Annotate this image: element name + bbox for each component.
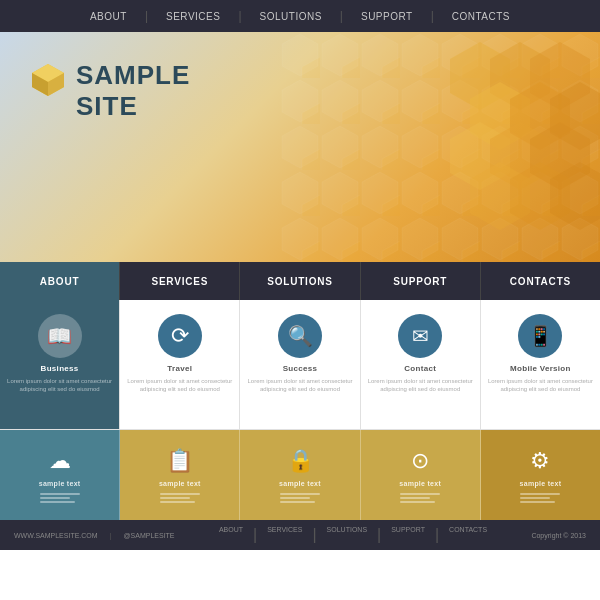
section-navigation: ABOUT SERVICES SOLUTIONS SUPPORT CONTACT… xyxy=(0,262,600,300)
card-circle-business: 📖 xyxy=(38,314,82,358)
cloud-icon: ☁ xyxy=(49,448,71,474)
section-nav-services[interactable]: SERVICES xyxy=(120,262,240,300)
card-circle-contact: ✉ xyxy=(398,314,442,358)
section-nav-about[interactable]: ABOUT xyxy=(0,262,120,300)
nav-about[interactable]: ABOUT xyxy=(72,11,145,22)
nav-services[interactable]: SERVICES xyxy=(148,11,238,22)
footer-sep-2: | xyxy=(253,526,257,544)
nav-support[interactable]: SUPPORT xyxy=(343,11,431,22)
clock-icon: ⊙ xyxy=(411,448,429,474)
card-title-travel: Travel xyxy=(167,364,192,373)
card-title-contact: Contact xyxy=(404,364,436,373)
card-success: 🔍 Success Lorem ipsum dolor sit amet con… xyxy=(240,300,360,429)
card-contact: ✉ Contact Lorem ipsum dolor sit amet con… xyxy=(361,300,481,429)
footer-nav-contacts[interactable]: CONTACTS xyxy=(449,526,487,544)
footer: WWW.SAMPLESITE.COM | @SAMPLESITE ABOUT |… xyxy=(0,520,600,550)
cards-row: 📖 Business Lorem ipsum dolor sit amet co… xyxy=(0,300,600,430)
top-navigation: ABOUT | SERVICES | SOLUTIONS | SUPPORT |… xyxy=(0,0,600,32)
footer-copyright: Copyright © 2013 xyxy=(531,532,586,539)
lock-icon: 🔒 xyxy=(287,448,314,474)
section-nav-support[interactable]: SUPPORT xyxy=(361,262,481,300)
card-desc-travel: Lorem ipsum dolor sit amet consectetur a… xyxy=(120,377,239,394)
nav-contacts[interactable]: CONTACTS xyxy=(434,11,528,22)
hero-background xyxy=(280,32,600,262)
footer-sep-3: | xyxy=(312,526,316,544)
mobile-icon: 📱 xyxy=(528,324,553,348)
bottom-label-3: sample text xyxy=(399,480,441,487)
mail-icon: ✉ xyxy=(412,324,429,348)
bottom-lines-4 xyxy=(520,493,560,503)
footer-left: WWW.SAMPLESITE.COM | @SAMPLESITE xyxy=(14,532,175,539)
footer-nav-solutions[interactable]: SOLUTIONS xyxy=(327,526,367,544)
bottom-lines-2 xyxy=(280,493,320,503)
logo: SAMPLE SITE xyxy=(30,60,190,122)
bottom-label-0: sample text xyxy=(39,480,81,487)
card-title-success: Success xyxy=(283,364,318,373)
doc-icon: 📋 xyxy=(166,448,193,474)
card-title-business: Business xyxy=(41,364,79,373)
footer-center-nav: ABOUT | SERVICES | SOLUTIONS | SUPPORT |… xyxy=(219,526,487,544)
section-nav-contacts[interactable]: CONTACTS xyxy=(481,262,600,300)
bottom-card-lock: 🔒 sample text xyxy=(240,430,360,520)
card-desc-success: Lorem ipsum dolor sit amet consectetur a… xyxy=(240,377,359,394)
section-nav-solutions[interactable]: SOLUTIONS xyxy=(240,262,360,300)
bottom-lines-1 xyxy=(160,493,200,503)
card-desc-mobile: Lorem ipsum dolor sit amet consectetur a… xyxy=(481,377,600,394)
bottom-card-cloud: ☁ sample text xyxy=(0,430,120,520)
bottom-label-4: sample text xyxy=(520,480,562,487)
bottom-row: ☁ sample text 📋 sample text 🔒 sample tex… xyxy=(0,430,600,520)
footer-twitter: @SAMPLESITE xyxy=(123,532,174,539)
bottom-label-2: sample text xyxy=(279,480,321,487)
card-circle-mobile: 📱 xyxy=(518,314,562,358)
gear-icon: ⚙ xyxy=(530,448,550,474)
book-icon: 📖 xyxy=(47,324,72,348)
bottom-card-clock: ⊙ sample text xyxy=(361,430,481,520)
card-mobile: 📱 Mobile Version Lorem ipsum dolor sit a… xyxy=(481,300,600,429)
card-circle-travel: ⟳ xyxy=(158,314,202,358)
bottom-label-1: sample text xyxy=(159,480,201,487)
footer-nav-support[interactable]: SUPPORT xyxy=(391,526,425,544)
logo-text: SAMPLE SITE xyxy=(76,60,190,122)
footer-nav-about[interactable]: ABOUT xyxy=(219,526,243,544)
hero-section: SAMPLE SITE xyxy=(0,32,600,262)
bottom-lines-3 xyxy=(400,493,440,503)
card-travel: ⟳ Travel Lorem ipsum dolor sit amet cons… xyxy=(120,300,240,429)
footer-sep-5: | xyxy=(435,526,439,544)
footer-site: WWW.SAMPLESITE.COM xyxy=(14,532,98,539)
card-business: 📖 Business Lorem ipsum dolor sit amet co… xyxy=(0,300,120,429)
card-title-mobile: Mobile Version xyxy=(510,364,571,373)
cube-icon xyxy=(30,62,66,98)
bottom-card-gear: ⚙ sample text xyxy=(481,430,600,520)
search-icon: 🔍 xyxy=(288,324,313,348)
bottom-lines-0 xyxy=(40,493,80,503)
bottom-card-doc: 📋 sample text xyxy=(120,430,240,520)
card-desc-business: Lorem ipsum dolor sit amet consectetur a… xyxy=(0,377,119,394)
footer-nav-services[interactable]: SERVICES xyxy=(267,526,302,544)
footer-sep-4: | xyxy=(377,526,381,544)
card-circle-success: 🔍 xyxy=(278,314,322,358)
refresh-icon: ⟳ xyxy=(171,323,189,349)
card-desc-contact: Lorem ipsum dolor sit amet consectetur a… xyxy=(361,377,480,394)
nav-solutions[interactable]: SOLUTIONS xyxy=(242,11,340,22)
footer-sep-1: | xyxy=(110,532,112,539)
